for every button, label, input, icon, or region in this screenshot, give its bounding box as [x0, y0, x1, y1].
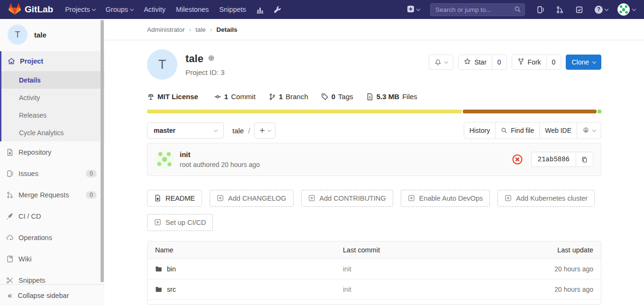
find-file-button[interactable]: Find file	[495, 122, 540, 139]
breadcrumb: Administrator › tale › Details	[147, 19, 601, 40]
clone-button[interactable]: Clone	[566, 55, 601, 70]
table-header: Name Last commit Last update	[147, 241, 601, 259]
admin-wrench-icon[interactable]	[269, 0, 286, 19]
sidebar-item-activity[interactable]: Activity	[1, 89, 104, 106]
commits-stat[interactable]: 1Commit	[214, 93, 256, 101]
help-menu[interactable]: ?	[590, 0, 613, 19]
web-ide-button[interactable]: Web IDE	[539, 122, 577, 139]
issues-icon[interactable]	[532, 0, 549, 19]
brand-name: GitLab	[25, 4, 53, 15]
download-source-button[interactable]	[577, 122, 601, 139]
wiki-book-icon	[6, 255, 14, 263]
top-navbar: GitLab Projects Groups Activity Mileston…	[0, 0, 644, 19]
license-stat[interactable]: MIT License	[147, 93, 201, 101]
chevron-down-icon	[632, 7, 636, 10]
plus-square-icon	[217, 195, 224, 202]
project-stats: MIT License 1Commit 1Branch 0Tags	[147, 93, 601, 101]
row-last-update: 20 hours ago	[497, 265, 601, 273]
enable-auto-devops-button[interactable]: Enable Auto DevOps	[401, 190, 490, 207]
sidebar-item-project[interactable]: Project	[1, 51, 104, 71]
star-button-group: Star 0	[458, 55, 506, 70]
star-count[interactable]: 0	[492, 55, 506, 69]
add-file-dropdown[interactable]	[254, 122, 276, 139]
sidebar-item-operations[interactable]: Operations	[0, 227, 104, 248]
rocket-icon	[6, 213, 14, 220]
tags-stat[interactable]: 0Tags	[321, 93, 353, 101]
file-name[interactable]: src	[167, 286, 176, 293]
star-icon	[464, 58, 471, 66]
sidebar-item-details[interactable]: Details	[1, 71, 104, 89]
language-bar[interactable]	[147, 110, 601, 113]
table-row[interactable]: src init 20 hours ago	[147, 279, 601, 299]
navbar-right: ?	[403, 0, 638, 19]
breadcrumb-administrator[interactable]: Administrator	[147, 26, 185, 33]
merge-requests-icon	[6, 191, 14, 199]
nav-item-projects[interactable]: Projects	[60, 0, 100, 19]
merge-requests-count-badge: 0	[86, 191, 97, 199]
public-globe-icon	[208, 55, 215, 63]
quick-actions-row-2: Set up CI/CD	[147, 214, 601, 231]
fork-count[interactable]: 0	[546, 55, 561, 69]
add-contributing-button[interactable]: Add CONTRIBUTING	[301, 190, 393, 207]
collapse-sidebar-label: Collapse sidebar	[18, 292, 69, 299]
sidebar-item-ci-cd[interactable]: CI / CD	[0, 205, 104, 227]
star-button[interactable]: Star	[459, 55, 492, 69]
row-commit-link[interactable]: init	[335, 286, 497, 293]
sidebar-scrollbar[interactable]	[101, 20, 104, 282]
commit-author-avatar[interactable]	[155, 150, 174, 169]
tanuki-icon	[9, 3, 21, 17]
files-size-stat[interactable]: 5.3 MBFiles	[366, 93, 417, 101]
fork-button[interactable]: Fork	[512, 55, 546, 69]
nav-item-activity[interactable]: Activity	[138, 0, 171, 19]
sidebar-item-merge-requests[interactable]: Merge Requests 0	[0, 184, 104, 205]
sidebar-item-wiki[interactable]: Wiki	[0, 248, 104, 269]
merge-requests-icon[interactable]	[551, 0, 569, 19]
project-sidebar: T tale Project Details Activity Releases…	[0, 19, 104, 306]
new-menu-button[interactable]	[403, 5, 423, 14]
row-commit-link[interactable]: init	[335, 265, 497, 273]
copy-sha-button[interactable]	[576, 153, 593, 167]
search-icon	[514, 6, 521, 14]
set-up-cicd-button[interactable]: Set up CI/CD	[147, 214, 213, 231]
breadcrumb-separator: ›	[189, 26, 192, 33]
charts-icon[interactable]	[251, 0, 269, 19]
sidebar-item-releases[interactable]: Releases	[1, 106, 104, 124]
path-project[interactable]: tale	[232, 127, 244, 135]
sidebar-context-header[interactable]: T tale	[0, 19, 104, 51]
download-icon	[582, 127, 589, 134]
branch-selector[interactable]: master	[147, 122, 224, 139]
notifications-dropdown[interactable]	[429, 55, 453, 70]
table-row[interactable]: bin init 20 hours ago	[147, 259, 601, 279]
nav-item-milestones[interactable]: Milestones	[171, 0, 214, 19]
project-avatar: T	[147, 49, 177, 80]
gitlab-logo[interactable]: GitLab	[9, 3, 53, 17]
commit-sha: 21ab5886	[532, 152, 576, 167]
chevron-down-icon	[92, 7, 95, 10]
file-name[interactable]: bin	[167, 265, 176, 273]
add-changelog-button[interactable]: Add CHANGELOG	[210, 190, 294, 207]
sidebar-item-issues[interactable]: Issues 0	[0, 163, 104, 184]
nav-item-groups[interactable]: Groups	[101, 0, 139, 19]
nav-item-snippets[interactable]: Snippets	[214, 0, 251, 19]
sidebar-item-cycle-analytics[interactable]: Cycle Analytics	[1, 124, 104, 141]
add-kubernetes-cluster-button[interactable]: Add Kubernetes cluster	[497, 190, 595, 207]
sidebar-item-label: Issues	[18, 170, 38, 177]
column-last-commit: Last commit	[335, 246, 497, 254]
document-icon	[6, 148, 14, 156]
history-button[interactable]: History	[464, 122, 496, 139]
project-avatar-small: T	[8, 25, 28, 45]
plus-square-icon	[407, 5, 414, 14]
sidebar-nav: Project Details Activity Releases Cycle …	[0, 51, 104, 291]
pipeline-failed-icon[interactable]	[512, 154, 523, 165]
path-separator: /	[248, 127, 250, 135]
branches-stat[interactable]: 1Branch	[268, 93, 308, 101]
search-input[interactable]	[430, 3, 525, 16]
commit-title[interactable]: init	[180, 150, 260, 158]
chevron-down-icon	[444, 59, 448, 63]
readme-button[interactable]: README	[147, 190, 202, 207]
collapse-sidebar-button[interactable]: « Collapse sidebar	[0, 284, 104, 306]
sidebar-item-repository[interactable]: Repository	[0, 141, 104, 163]
breadcrumb-project[interactable]: tale	[195, 26, 206, 33]
todos-icon[interactable]	[570, 0, 588, 19]
user-menu[interactable]	[615, 3, 638, 16]
